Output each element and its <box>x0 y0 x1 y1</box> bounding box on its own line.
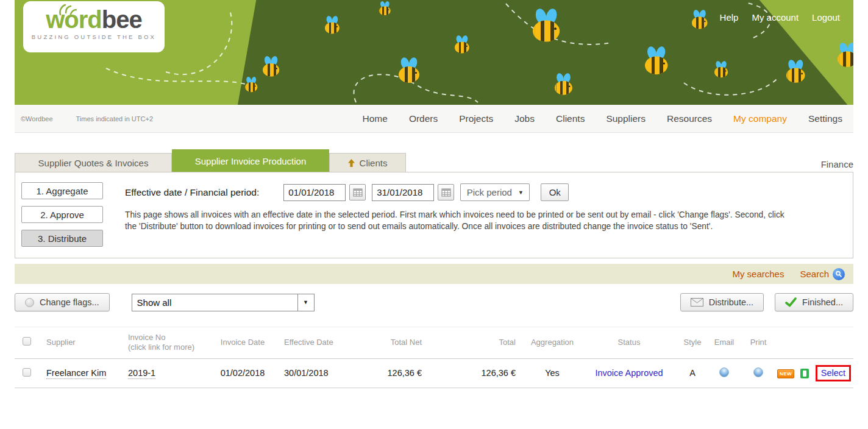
change-flags-label: Change flags... <box>40 297 99 307</box>
approve-button[interactable]: 2. Approve <box>21 206 103 223</box>
nav-orders[interactable]: Orders <box>409 113 438 124</box>
col-supplier: Supplier <box>39 327 119 359</box>
distribute-button[interactable]: Distribute... <box>680 293 764 311</box>
logo-wordmark: wordbee <box>23 7 165 32</box>
bee-icon <box>533 9 561 45</box>
calendar-icon <box>353 188 363 197</box>
chevron-down-icon: ▼ <box>518 190 524 196</box>
total-net-cell: 126,36 € <box>347 358 430 388</box>
table-row: Freelancer Kim 2019-1 01/02/2018 30/01/2… <box>15 358 853 388</box>
calendar-to-button[interactable] <box>438 184 454 200</box>
copyright-label: ©Wordbee <box>21 115 53 122</box>
bee-icon <box>645 46 669 77</box>
bee-icon <box>555 73 574 97</box>
logout-link[interactable]: Logout <box>812 12 840 23</box>
col-invoice-date: Invoice Date <box>210 327 276 359</box>
aggregate-button[interactable]: 1. Aggregate <box>21 182 103 199</box>
row-checkbox[interactable] <box>23 368 31 377</box>
col-effective-date: Effective Date <box>276 327 347 359</box>
col-invoice-no-line2: (click link for more) <box>128 342 210 352</box>
finance-label: Finance <box>821 159 853 172</box>
select-link[interactable]: Select <box>821 368 845 378</box>
effective-date-cell: 30/01/2018 <box>276 358 347 388</box>
search-link-label: Search <box>800 269 829 279</box>
invoice-date-cell: 01/02/2018 <box>210 358 276 388</box>
bee-icon <box>325 16 340 35</box>
my-account-link[interactable]: My account <box>752 12 799 23</box>
nav-projects[interactable]: Projects <box>459 113 493 124</box>
flag-circle-icon <box>25 298 34 307</box>
calendar-icon <box>441 188 451 197</box>
chevron-down-icon: ▼ <box>297 294 314 311</box>
check-icon <box>785 297 797 307</box>
email-flag-icon[interactable] <box>719 367 729 377</box>
supplier-link[interactable]: Freelancer Kim <box>46 368 106 379</box>
banner: wordbee BUZZING OUTSIDE THE BOX Help My … <box>15 0 853 105</box>
bee-icon <box>455 35 470 55</box>
bee-icon <box>263 56 280 79</box>
bee-icon <box>245 77 258 94</box>
toolbar: Change flags... Show all ▼ Distribute...… <box>15 293 853 311</box>
nav-clients[interactable]: Clients <box>556 113 585 124</box>
ok-button[interactable]: Ok <box>541 183 569 201</box>
panel-main: Effective date / Financial period: <box>125 182 853 249</box>
pick-period-dropdown[interactable]: Pick period ▼ <box>460 183 530 201</box>
col-email: Email <box>707 327 741 359</box>
style-cell: A <box>678 358 707 388</box>
nav-jobs[interactable]: Jobs <box>514 113 535 124</box>
my-searches-link[interactable]: My searches <box>732 269 784 279</box>
new-badge: NEW <box>777 369 794 378</box>
tab-supplier-quotes-invoices[interactable]: Supplier Quotes & Invoices <box>15 153 172 172</box>
total-cell: 126,36 € <box>430 358 524 388</box>
col-total-net: Total Net <box>347 327 430 359</box>
page: wordbee BUZZING OUTSIDE THE BOX Help My … <box>0 0 868 429</box>
invoice-no-link[interactable]: 2019-1 <box>128 368 155 379</box>
nav-resources[interactable]: Resources <box>667 113 712 124</box>
print-flag-icon[interactable] <box>753 367 763 377</box>
change-flags-button[interactable]: Change flags... <box>15 293 110 311</box>
help-link[interactable]: Help <box>720 12 739 23</box>
tab-row: Supplier Quotes & Invoices Supplier Invo… <box>15 149 853 172</box>
calendar-from-button[interactable] <box>349 184 366 200</box>
invoice-filter-select[interactable]: Show all ▼ <box>132 294 315 311</box>
search-icon[interactable] <box>833 268 845 280</box>
wordbee-logo: wordbee BUZZING OUTSIDE THE BOX <box>23 1 165 52</box>
logo-bee: bee <box>102 6 142 33</box>
nav-my-company[interactable]: My company <box>733 113 787 124</box>
bee-icon <box>692 10 708 31</box>
nav-suppliers[interactable]: Suppliers <box>606 113 646 124</box>
envelope-icon <box>691 298 703 307</box>
bee-icon <box>379 1 391 16</box>
search-link[interactable]: Search <box>800 268 845 280</box>
period-label: Effective date / Financial period: <box>125 187 259 198</box>
table-header-row: Supplier Invoice No (click link for more… <box>15 327 853 359</box>
col-style: Style <box>678 327 707 359</box>
distribute-step-button[interactable]: 3. Distribute <box>21 230 103 247</box>
main-nav: Home Orders Projects Jobs Clients Suppli… <box>363 113 842 124</box>
invoice-document-icon[interactable] <box>800 369 809 378</box>
period-row: Effective date / Financial period: <box>125 183 792 201</box>
date-from-input[interactable] <box>283 184 346 201</box>
bee-icon <box>714 61 728 79</box>
col-print: Print <box>741 327 775 359</box>
timezone-note: Times indicated in UTC+2 <box>76 115 153 122</box>
bee-icon <box>786 60 806 85</box>
annotation-highlight-box: Select <box>816 365 851 381</box>
pick-period-label: Pick period <box>467 187 512 197</box>
col-invoice-no: Invoice No (click link for more) <box>119 327 210 359</box>
col-status: Status <box>580 327 678 359</box>
tab-supplier-invoice-production[interactable]: Supplier Invoice Production <box>172 149 329 172</box>
select-all-checkbox[interactable] <box>23 337 31 346</box>
aggregation-cell: Yes <box>524 358 580 388</box>
finished-button[interactable]: Finished... <box>775 293 853 311</box>
nav-settings[interactable]: Settings <box>808 113 842 124</box>
tab-label: Clients <box>360 158 388 168</box>
tab-clients[interactable]: Clients <box>329 153 406 172</box>
navbar: ©Wordbee Times indicated in UTC+2 Home O… <box>15 105 853 133</box>
banner-links: Help My account Logout <box>720 12 840 23</box>
bee-icon <box>399 57 421 85</box>
date-to-input[interactable] <box>372 184 434 201</box>
nav-home[interactable]: Home <box>363 113 388 124</box>
status-link[interactable]: Invoice Approved <box>595 368 663 378</box>
col-total: Total <box>430 327 524 359</box>
